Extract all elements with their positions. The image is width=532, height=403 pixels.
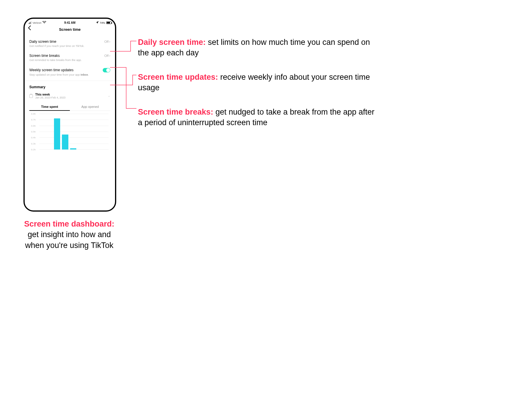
page-title: Screen time — [59, 27, 81, 32]
phone-frame: Verizon 9:41 AM 74% Sc — [23, 18, 116, 212]
nav-bar: Screen time — [25, 25, 115, 35]
period-selector[interactable]: This week Jan 29, 2023-Feb 4, 2023 ⌄ — [29, 92, 110, 100]
chart-y-tick: 0.7h — [31, 118, 36, 121]
screen-time-breaks-value: Off — [104, 54, 109, 57]
time-spent-chart: 0.2h0.3h0.4h0.5h0.6h0.7h0.8h — [29, 111, 110, 155]
summary-tabs: Time spent App opened — [29, 103, 110, 111]
weekly-updates-sub: Stay updated on your time from your app … — [29, 73, 110, 79]
daily-screen-time-sub: Get notified if you reach your time on T… — [29, 44, 110, 51]
tab-time-spent[interactable]: Time spent — [29, 103, 70, 111]
chart-y-tick: 0.8h — [31, 113, 36, 115]
screen-time-breaks-sub: Get reminded to take breaks from the app… — [29, 58, 110, 65]
daily-screen-time-value: Off — [104, 40, 109, 43]
annotation-daily: Daily screen time: set limits on how muc… — [135, 37, 376, 58]
period-range: Jan 29, 2023-Feb 4, 2023 — [35, 96, 65, 99]
chart-bar — [54, 118, 60, 149]
weekly-updates-row: Weekly screen time updates — [29, 65, 110, 73]
chart-y-tick: 0.5h — [31, 130, 36, 133]
chart-y-tick: 0.3h — [31, 142, 36, 145]
screen-time-breaks-row[interactable]: Screen time breaks Off › — [29, 51, 110, 58]
daily-screen-time-label: Daily screen time — [29, 40, 56, 44]
chart-bar — [70, 148, 76, 149]
tab-app-opened[interactable]: App opened — [70, 103, 110, 110]
battery-icon — [106, 21, 112, 24]
calendar-icon — [29, 94, 33, 98]
chevron-down-icon: ⌄ — [108, 94, 110, 98]
annotation-updates: Screen time updates: receive weekly info… — [135, 72, 376, 93]
weekly-updates-label: Weekly screen time updates — [29, 68, 74, 72]
status-bar: Verizon 9:41 AM 74% — [25, 19, 115, 25]
dashboard-caption: Screen time dash­board: get insight into… — [19, 219, 119, 251]
chart-bar — [62, 135, 68, 149]
weekly-updates-toggle[interactable] — [103, 68, 110, 72]
back-button[interactable] — [28, 25, 31, 31]
daily-screen-time-row[interactable]: Daily screen time Off › — [29, 37, 110, 44]
period-label: This week — [35, 93, 65, 96]
screen-time-breaks-label: Screen time breaks — [29, 54, 60, 58]
chart-y-tick: 0.2h — [31, 148, 36, 151]
summary-heading: Summary — [29, 85, 110, 89]
chevron-right-icon: › — [109, 54, 110, 58]
chevron-right-icon: › — [109, 40, 110, 44]
chart-y-tick: 0.4h — [31, 136, 36, 139]
clock: 9:41 AM — [25, 21, 115, 24]
chart-y-tick: 0.6h — [31, 124, 36, 127]
annotation-breaks: Screen time breaks: get nudged to take a… — [135, 107, 376, 128]
